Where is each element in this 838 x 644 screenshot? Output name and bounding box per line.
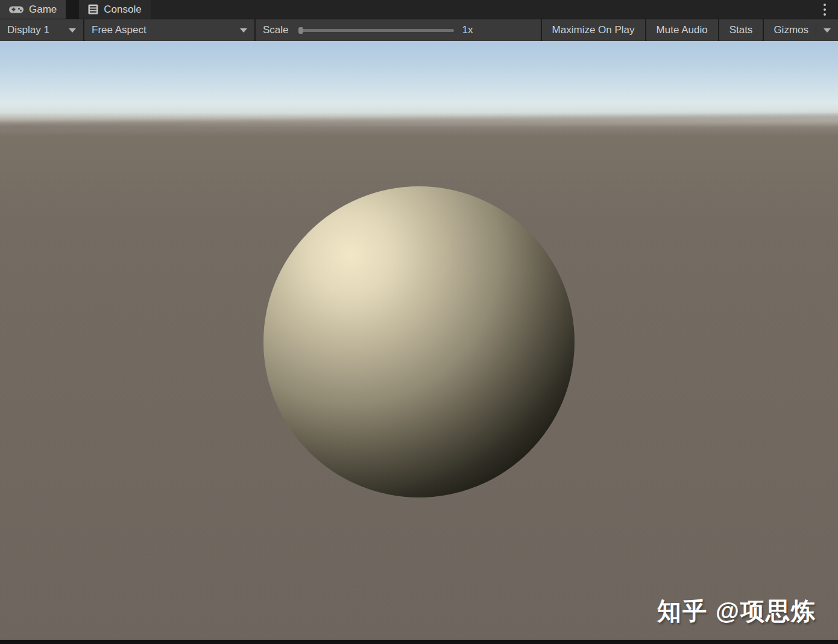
window-bottom-edge [0, 640, 838, 644]
display-dropdown[interactable]: Display 1 [0, 19, 83, 41]
tab-game[interactable]: Game [0, 0, 66, 19]
mute-audio-label: Mute Audio [657, 24, 708, 36]
gizmos-label: Gizmos [773, 24, 808, 36]
scale-label: Scale [263, 24, 289, 36]
game-view-toolbar: Display 1 Free Aspect Scale 1x Maximize … [0, 19, 838, 41]
tab-console[interactable]: Console [79, 0, 150, 19]
mute-audio-button[interactable]: Mute Audio [646, 19, 718, 41]
maximize-on-play-label: Maximize On Play [552, 24, 635, 36]
gamepad-icon [9, 5, 24, 14]
tab-console-label: Console [104, 4, 141, 16]
scale-slider[interactable] [298, 29, 454, 32]
aspect-dropdown-value: Free Aspect [92, 24, 146, 36]
scale-value: 1x [462, 24, 473, 36]
kebab-menu-icon[interactable] [820, 1, 830, 18]
watermark-text: 知乎 @项思炼 [657, 595, 816, 628]
stats-label: Stats [729, 24, 753, 36]
game-viewport: 知乎 @项思炼 [0, 41, 838, 640]
tabbar-spacer [151, 0, 838, 19]
gizmos-control: Gizmos [764, 19, 838, 41]
chevron-down-icon [240, 28, 247, 33]
gizmos-dropdown-toggle[interactable] [816, 19, 838, 41]
aspect-ratio-dropdown[interactable]: Free Aspect [84, 19, 254, 41]
display-dropdown-value: Display 1 [7, 24, 49, 36]
tab-gap [66, 0, 79, 19]
tab-game-label: Game [29, 4, 57, 16]
stats-button[interactable]: Stats [719, 19, 763, 41]
scale-section: Scale 1x [256, 19, 541, 41]
gizmos-button[interactable]: Gizmos [764, 19, 816, 41]
scale-slider-thumb[interactable] [298, 27, 303, 34]
chevron-down-icon [69, 28, 76, 33]
tab-bar: Game Console [0, 0, 838, 19]
unity-game-window: Game Console Display 1 [0, 0, 838, 644]
console-icon [88, 4, 98, 14]
chevron-down-icon [824, 28, 831, 33]
scene-sphere [263, 186, 575, 497]
horizon-line [0, 115, 838, 126]
maximize-on-play-button[interactable]: Maximize On Play [542, 19, 645, 41]
